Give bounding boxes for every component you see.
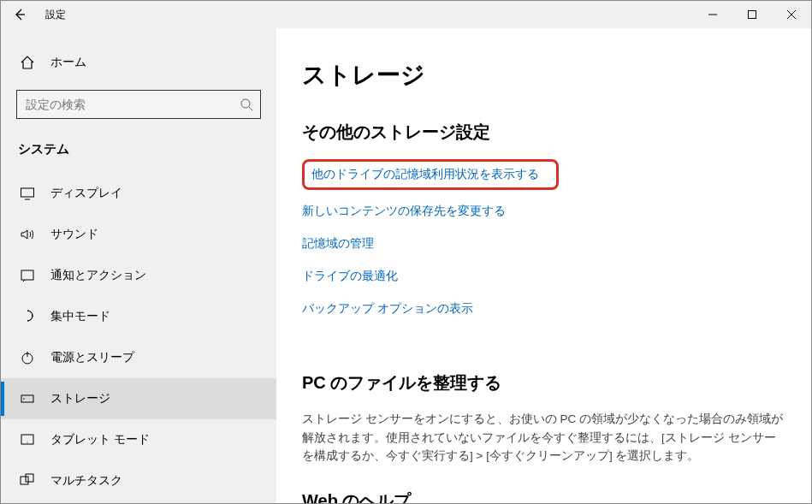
sidebar-item-sound[interactable]: サウンド [1,214,276,255]
search-input[interactable] [26,98,240,111]
page-title: ストレージ [302,59,785,92]
sidebar-item-label: タブレット モード [50,432,150,448]
sidebar-item-multitask[interactable]: マルチタスク [1,460,276,501]
maximize-icon [748,10,756,19]
sidebar-item-label: 集中モード [50,309,110,324]
titlebar: 設定 [1,1,811,28]
sidebar-category: システム [1,133,276,173]
section-cleanup-body: ストレージ センサーをオンにすると、お使いの PC の領域が少なくなった場合のみ… [302,410,785,465]
svg-rect-3 [21,270,33,280]
svg-point-1 [241,99,250,108]
sidebar-item-label: サウンド [50,227,98,242]
storage-icon [20,391,35,406]
section-cleanup-title: PC のファイルを整理する [302,371,785,394]
link-manage-storage-spaces[interactable]: 記憶域の管理 [302,236,785,252]
arrow-left-icon [13,8,27,21]
minimize-icon [708,10,717,19]
svg-rect-10 [26,474,33,482]
home-icon [20,55,35,70]
svg-rect-0 [749,11,756,19]
sidebar-item-label: 電源とスリープ [50,350,134,365]
minimize-button[interactable] [693,1,732,28]
home-link[interactable]: ホーム [1,45,276,80]
sidebar-item-display[interactable]: ディスプレイ [1,173,276,214]
svg-rect-9 [21,477,28,484]
link-change-save-location[interactable]: 新しいコンテンツの保存先を変更する [302,204,785,219]
search-icon [240,98,253,111]
display-icon [20,186,35,201]
multitask-icon [20,473,35,489]
notifications-icon [20,268,35,283]
svg-rect-5 [21,395,33,402]
tablet-icon [20,432,35,448]
sidebar-item-notifications[interactable]: 通知とアクション [1,255,276,296]
close-button[interactable] [772,1,811,28]
sidebar-item-label: 通知とアクション [50,268,146,283]
window-title: 設定 [39,8,66,22]
power-icon [20,350,35,365]
search-box[interactable] [16,90,261,119]
sidebar-item-tablet[interactable]: タブレット モード [1,419,276,460]
sound-icon [20,227,35,242]
sidebar-item-power[interactable]: 電源とスリープ [1,337,276,378]
svg-point-8 [27,442,27,442]
section-other-storage-title: その他のストレージ設定 [302,121,785,144]
sidebar-item-storage[interactable]: ストレージ [1,378,276,419]
link-view-other-drives[interactable]: 他のドライブの記憶域利用状況を表示する [302,159,559,190]
sidebar-item-focus[interactable]: 集中モード [1,296,276,337]
sidebar-item-label: マルチタスク [50,473,122,489]
sidebar: ホーム システム ディスプレイ サウンド 通知とアクション [1,28,276,503]
focus-icon [20,309,35,324]
svg-point-6 [23,398,25,400]
sidebar-item-label: ディスプレイ [50,186,122,201]
content-pane: ストレージ その他のストレージ設定 他のドライブの記憶域利用状況を表示する 新し… [276,28,811,503]
home-label: ホーム [50,55,86,70]
maximize-button[interactable] [732,1,772,28]
close-icon [787,10,796,19]
link-backup-options[interactable]: バックアップ オプションの表示 [302,301,785,317]
sidebar-item-label: ストレージ [50,391,110,406]
link-optimize-drives[interactable]: ドライブの最適化 [302,269,785,284]
back-button[interactable] [1,1,39,28]
section-webhelp-title: Web のヘルプ [302,489,785,503]
svg-rect-2 [21,188,34,197]
